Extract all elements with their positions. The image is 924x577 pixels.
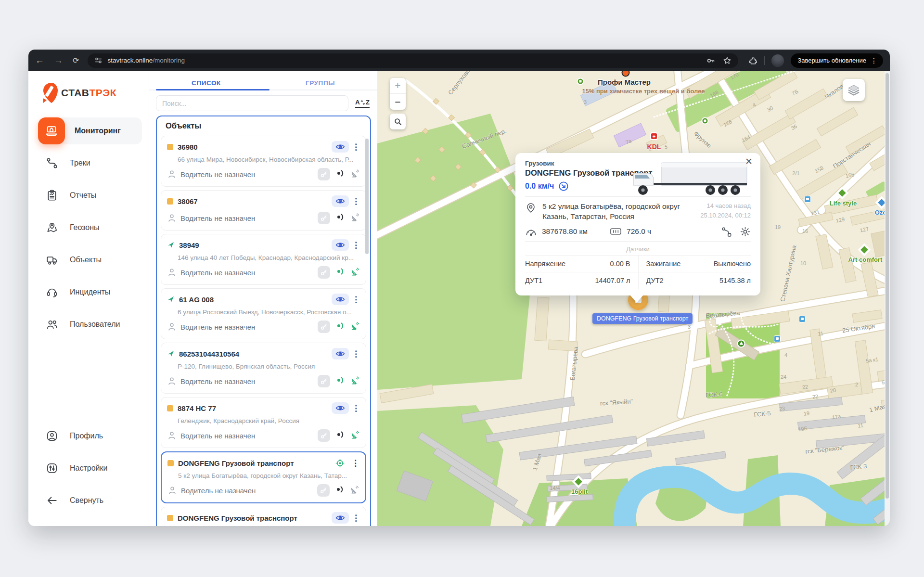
sidebar-item-tracks[interactable]: Треки <box>38 150 142 177</box>
sidebar-item-incidents[interactable]: Инциденты <box>38 279 142 306</box>
url-bar[interactable]: stavtrack.online/monitoring <box>88 53 738 68</box>
engine-hours-value: 726.0 ч <box>627 227 651 236</box>
sidebar-item-profile[interactable]: Профиль <box>38 423 142 449</box>
logo-pin-icon <box>41 82 60 104</box>
locate-target-button[interactable] <box>331 457 348 469</box>
track-route-icon[interactable] <box>721 226 732 237</box>
driver-icon <box>167 268 177 277</box>
objects-list[interactable]: 36980 ⋮ 66 улица Мира, Новосибирск, Ново… <box>157 136 370 526</box>
vehicle-popup-address: 5 к2 улица Богатырёва, городской округ К… <box>542 201 687 222</box>
driver-status: Водитель не назначен <box>181 487 317 495</box>
visibility-eye-button[interactable] <box>332 141 349 153</box>
vehicle-address: Р-120, Глинищево, Брянская область, Росс… <box>178 363 360 370</box>
sidebar-footer: Профиль Настройки Свернуть <box>28 423 149 519</box>
item-menu-icon[interactable]: ⋮ <box>352 514 360 522</box>
sidebar-item-users[interactable]: Пользователи <box>38 311 142 338</box>
gear-icon[interactable] <box>740 226 751 237</box>
key-button[interactable] <box>317 484 330 497</box>
sort-az-button[interactable]: A Z <box>355 99 370 108</box>
vehicle-name: DONGFENG Грузовой траснспорт <box>178 514 332 522</box>
finish-update-button[interactable]: Завершить обновление ⋮ <box>791 53 883 68</box>
users-icon <box>46 318 58 331</box>
item-menu-icon[interactable]: ⋮ <box>352 404 360 412</box>
browser-window: ← → ⟳ stavtrack.online/monitoring Заверш… <box>28 50 890 526</box>
driver-status: Водитель не назначен <box>180 323 318 331</box>
sidebar-item-monitoring[interactable]: Мониторинг <box>38 117 142 144</box>
sidebar-item-label: Объекты <box>70 256 102 264</box>
sidebar-item-reports[interactable]: Отчеты <box>38 182 142 209</box>
vehicle-list-item[interactable]: DONGFENG Грузовой транспорт ⋮ 5 к2 улица… <box>161 451 366 503</box>
sensors-grid: Напряжение0.00 В ЗажиганиеВыключено ДУТ1… <box>525 255 751 289</box>
tab-list[interactable]: СПИСОК <box>149 76 263 90</box>
odometer-icon <box>525 226 537 237</box>
search-input[interactable] <box>156 95 348 111</box>
objects-panel: СПИСОК ГРУППЫ A Z Объекты 36980 ⋮ 66 ули… <box>149 71 377 526</box>
zoom-in-button[interactable]: + <box>390 78 406 94</box>
vehicle-address: 146 улица 40 лет Победы, Краснодар, Крас… <box>178 254 360 261</box>
page-scrollbar[interactable] <box>885 71 890 526</box>
map-canvas[interactable]: СерпуховскаяСолнечный пер.ФрунзеЧкаловаП… <box>377 71 890 526</box>
item-menu-icon[interactable]: ⋮ <box>351 459 359 467</box>
vehicle-name: 38949 <box>179 241 332 249</box>
visibility-eye-button[interactable] <box>332 195 349 207</box>
odometer-value: 387678.80 км <box>542 227 588 236</box>
key-button[interactable] <box>318 375 330 387</box>
item-menu-icon[interactable]: ⋮ <box>352 295 360 304</box>
key-button[interactable] <box>318 212 330 224</box>
reload-icon[interactable]: ⟳ <box>73 56 79 65</box>
ignition-icon <box>330 267 345 278</box>
key-button[interactable] <box>318 429 330 442</box>
vehicle-list-item[interactable]: 36980 ⋮ 66 улица Мира, Новосибирск, Ново… <box>161 136 366 187</box>
back-icon[interactable]: ← <box>35 55 44 66</box>
browser-menu-icon[interactable]: ⋮ <box>871 57 877 64</box>
sensors-title: Датчики <box>525 245 751 253</box>
key-button[interactable] <box>318 266 330 279</box>
map-search-button[interactable] <box>390 114 406 129</box>
zoom-out-button[interactable]: − <box>390 94 406 110</box>
satellite-dish-icon <box>345 212 360 224</box>
sidebar-item-label: Отчеты <box>70 191 96 200</box>
vehicle-list-item[interactable]: 862531044310564 ⋮ Р-120, Глинищево, Брян… <box>161 343 366 394</box>
popup-close-icon[interactable]: ✕ <box>745 157 753 166</box>
profile-avatar[interactable] <box>771 54 784 67</box>
incidents-icon <box>46 286 58 298</box>
vehicle-status-square-icon <box>167 405 173 411</box>
vehicle-list-item[interactable]: 8874 НС 77 ⋮ Геленджик, Краснодарский кр… <box>161 397 366 448</box>
sidebar-item-geozones[interactable]: Геозоны <box>38 214 142 241</box>
visibility-eye-button[interactable] <box>332 348 349 359</box>
sidebar-collapse-button[interactable]: Свернуть <box>38 487 142 514</box>
bookmark-star-icon[interactable] <box>723 56 732 65</box>
stavtrack-logo: СТАВТРЭК <box>41 82 116 104</box>
ignition-icon <box>330 485 345 496</box>
satellite-dish-icon <box>345 321 360 333</box>
sidebar-item-objects[interactable]: Объекты <box>38 246 142 273</box>
visibility-eye-button[interactable] <box>332 402 349 414</box>
vehicle-list-item[interactable]: 38067 ⋮ Водитель не назначен <box>161 190 366 231</box>
collapse-arrow-icon <box>46 494 58 507</box>
vehicle-status-square-icon <box>167 198 173 205</box>
key-button[interactable] <box>318 321 330 333</box>
site-settings-icon[interactable] <box>94 56 103 64</box>
item-menu-icon[interactable]: ⋮ <box>352 197 360 205</box>
item-menu-icon[interactable]: ⋮ <box>352 350 360 358</box>
forward-icon[interactable]: → <box>54 55 63 66</box>
item-menu-icon[interactable]: ⋮ <box>352 143 360 151</box>
vehicle-list-item[interactable]: DONGFENG Грузовой траснспорт ⋮ 71 улица … <box>161 507 366 526</box>
tab-groups[interactable]: ГРУППЫ <box>263 76 377 90</box>
driver-status: Водитель не назначен <box>180 170 318 179</box>
visibility-eye-button[interactable] <box>332 294 349 305</box>
sidebar-item-settings[interactable]: Настройки <box>38 455 142 482</box>
visibility-eye-button[interactable] <box>332 239 349 251</box>
visibility-eye-button[interactable] <box>332 512 349 524</box>
vehicle-map-label[interactable]: DONGFENG Грузовой транспорт <box>592 313 693 324</box>
item-menu-icon[interactable]: ⋮ <box>352 241 360 249</box>
map-layers-button[interactable] <box>843 79 865 101</box>
key-button[interactable] <box>318 168 330 180</box>
sidebar-nav: Мониторинг Треки Отчеты Геозоны Объекты … <box>28 117 149 343</box>
list-scrollbar[interactable] <box>365 139 369 254</box>
extensions-icon[interactable] <box>749 56 757 65</box>
password-key-icon[interactable] <box>706 56 715 65</box>
vehicle-list-item[interactable]: 61 AG 008 ⋮ 6 улица Ростовский Выезд, Но… <box>161 288 366 339</box>
vehicle-list-item[interactable]: 38949 ⋮ 146 улица 40 лет Победы, Краснод… <box>161 234 366 285</box>
vehicle-status-square-icon <box>167 515 173 521</box>
